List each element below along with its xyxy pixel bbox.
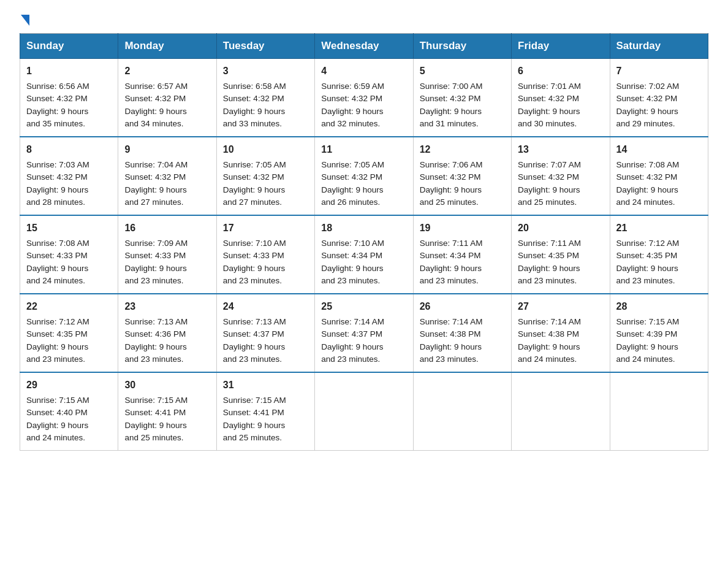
daylight-minutes-info: and 23 minutes. — [26, 354, 85, 364]
calendar-cell: 25Sunrise: 7:14 AMSunset: 4:37 PMDayligh… — [315, 294, 413, 372]
daylight-info: Daylight: 9 hours — [518, 185, 580, 194]
calendar-week-row: 29Sunrise: 7:15 AMSunset: 4:40 PMDayligh… — [20, 372, 708, 451]
daylight-info: Daylight: 9 hours — [616, 107, 678, 116]
calendar-table: SundayMondayTuesdayWednesdayThursdayFrid… — [20, 33, 708, 451]
daylight-info: Daylight: 9 hours — [26, 107, 88, 116]
calendar-header-row: SundayMondayTuesdayWednesdayThursdayFrid… — [20, 34, 708, 59]
sunrise-info: Sunrise: 7:10 AM — [223, 239, 286, 248]
sunrise-info: Sunrise: 7:11 AM — [518, 239, 581, 248]
logo-arrow-icon — [21, 15, 29, 26]
calendar-cell: 17Sunrise: 7:10 AMSunset: 4:33 PMDayligh… — [216, 215, 314, 294]
day-number: 4 — [321, 64, 406, 79]
sunset-info: Sunset: 4:32 PM — [420, 172, 481, 182]
daylight-minutes-info: and 27 minutes. — [124, 197, 183, 207]
daylight-info: Daylight: 9 hours — [124, 107, 186, 116]
day-number: 20 — [518, 221, 603, 236]
daylight-minutes-info: and 23 minutes. — [616, 276, 675, 285]
sunrise-info: Sunrise: 7:15 AM — [223, 396, 286, 405]
column-header-wednesday: Wednesday — [315, 34, 413, 59]
daylight-minutes-info: and 34 minutes. — [124, 119, 183, 128]
day-number: 19 — [420, 221, 505, 236]
sunrise-info: Sunrise: 6:59 AM — [321, 82, 384, 91]
daylight-minutes-info: and 23 minutes. — [223, 354, 282, 364]
calendar-cell: 22Sunrise: 7:12 AMSunset: 4:35 PMDayligh… — [20, 294, 118, 372]
daylight-info: Daylight: 9 hours — [124, 185, 186, 194]
day-number: 29 — [26, 378, 112, 393]
column-header-saturday: Saturday — [610, 34, 708, 59]
daylight-minutes-info: and 28 minutes. — [26, 197, 85, 207]
daylight-info: Daylight: 9 hours — [124, 342, 186, 351]
daylight-info: Daylight: 9 hours — [420, 264, 482, 273]
sunset-info: Sunset: 4:32 PM — [26, 94, 88, 103]
sunset-info: Sunset: 4:33 PM — [124, 251, 186, 260]
calendar-cell: 19Sunrise: 7:11 AMSunset: 4:34 PMDayligh… — [413, 215, 511, 294]
calendar-cell: 23Sunrise: 7:13 AMSunset: 4:36 PMDayligh… — [118, 294, 216, 372]
sunset-info: Sunset: 4:32 PM — [616, 94, 678, 103]
daylight-info: Daylight: 9 hours — [26, 185, 88, 194]
daylight-info: Daylight: 9 hours — [124, 421, 186, 430]
calendar-cell: 3Sunrise: 6:58 AMSunset: 4:32 PMDaylight… — [216, 59, 314, 137]
day-number: 27 — [518, 299, 603, 314]
sunrise-info: Sunrise: 7:15 AM — [124, 396, 188, 405]
sunset-info: Sunset: 4:35 PM — [518, 251, 579, 260]
daylight-minutes-info: and 23 minutes. — [420, 276, 479, 285]
day-number: 6 — [518, 64, 603, 79]
day-number: 21 — [616, 221, 702, 236]
daylight-minutes-info: and 23 minutes. — [420, 354, 479, 364]
daylight-info: Daylight: 9 hours — [26, 342, 88, 351]
sunrise-info: Sunrise: 7:11 AM — [420, 239, 483, 248]
calendar-week-row: 8Sunrise: 7:03 AMSunset: 4:32 PMDaylight… — [20, 137, 708, 215]
daylight-info: Daylight: 9 hours — [223, 107, 285, 116]
day-number: 31 — [223, 378, 308, 393]
calendar-cell: 15Sunrise: 7:08 AMSunset: 4:33 PMDayligh… — [20, 215, 118, 294]
day-number: 1 — [26, 64, 112, 79]
daylight-minutes-info: and 23 minutes. — [124, 276, 183, 285]
sunrise-info: Sunrise: 7:14 AM — [518, 317, 581, 326]
daylight-minutes-info: and 30 minutes. — [518, 119, 577, 128]
day-number: 17 — [223, 221, 308, 236]
day-number: 11 — [321, 142, 406, 157]
sunrise-info: Sunrise: 7:04 AM — [124, 160, 188, 169]
daylight-minutes-info: and 24 minutes. — [616, 197, 675, 207]
daylight-info: Daylight: 9 hours — [321, 185, 383, 194]
daylight-minutes-info: and 25 minutes. — [124, 433, 183, 442]
sunrise-info: Sunrise: 7:14 AM — [420, 317, 483, 326]
day-number: 8 — [26, 142, 112, 157]
day-number: 22 — [26, 299, 112, 314]
calendar-cell: 26Sunrise: 7:14 AMSunset: 4:38 PMDayligh… — [413, 294, 511, 372]
sunset-info: Sunset: 4:32 PM — [321, 172, 382, 182]
calendar-cell: 8Sunrise: 7:03 AMSunset: 4:32 PMDaylight… — [20, 137, 118, 215]
logo — [20, 15, 29, 22]
calendar-cell: 2Sunrise: 6:57 AMSunset: 4:32 PMDaylight… — [118, 59, 216, 137]
daylight-minutes-info: and 24 minutes. — [26, 433, 85, 442]
sunset-info: Sunset: 4:36 PM — [124, 329, 186, 339]
sunset-info: Sunset: 4:37 PM — [223, 329, 284, 339]
daylight-info: Daylight: 9 hours — [518, 107, 580, 116]
daylight-minutes-info: and 26 minutes. — [321, 197, 380, 207]
day-number: 15 — [26, 221, 112, 236]
sunset-info: Sunset: 4:38 PM — [518, 329, 579, 339]
calendar-cell: 28Sunrise: 7:15 AMSunset: 4:39 PMDayligh… — [610, 294, 708, 372]
daylight-info: Daylight: 9 hours — [321, 264, 383, 273]
column-header-sunday: Sunday — [20, 34, 118, 59]
sunset-info: Sunset: 4:32 PM — [223, 94, 284, 103]
calendar-cell: 20Sunrise: 7:11 AMSunset: 4:35 PMDayligh… — [512, 215, 610, 294]
sunset-info: Sunset: 4:32 PM — [616, 172, 678, 182]
daylight-info: Daylight: 9 hours — [616, 185, 678, 194]
daylight-info: Daylight: 9 hours — [518, 342, 580, 351]
sunrise-info: Sunrise: 7:00 AM — [420, 82, 483, 91]
calendar-cell: 10Sunrise: 7:05 AMSunset: 4:32 PMDayligh… — [216, 137, 314, 215]
daylight-info: Daylight: 9 hours — [616, 264, 678, 273]
daylight-minutes-info: and 29 minutes. — [616, 119, 675, 128]
sunrise-info: Sunrise: 7:14 AM — [321, 317, 384, 326]
sunset-info: Sunset: 4:32 PM — [518, 172, 579, 182]
sunset-info: Sunset: 4:32 PM — [223, 172, 284, 182]
day-number: 12 — [420, 142, 505, 157]
sunrise-info: Sunrise: 6:58 AM — [223, 82, 286, 91]
daylight-minutes-info: and 23 minutes. — [321, 354, 380, 364]
daylight-info: Daylight: 9 hours — [420, 342, 482, 351]
column-header-friday: Friday — [512, 34, 610, 59]
day-number: 26 — [420, 299, 505, 314]
sunset-info: Sunset: 4:40 PM — [26, 408, 88, 417]
sunrise-info: Sunrise: 7:15 AM — [26, 396, 89, 405]
